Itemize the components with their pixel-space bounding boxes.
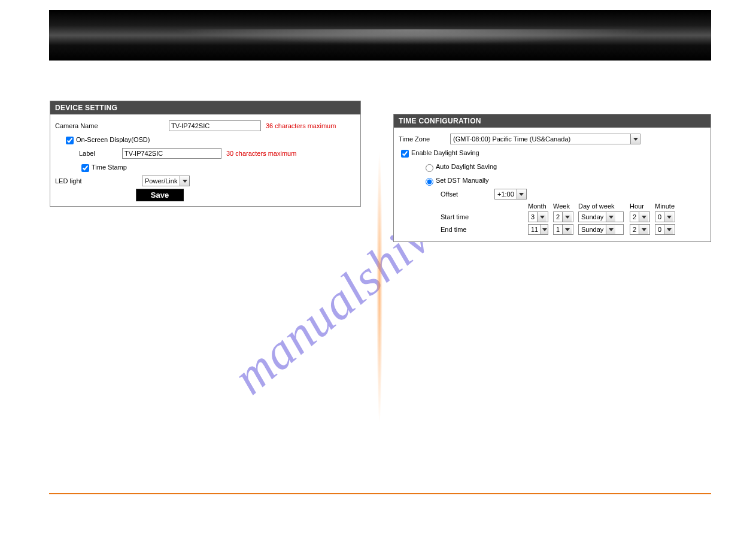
device-setting-title: DEVICE SETTING (50, 101, 360, 114)
column-divider (375, 93, 384, 482)
footer-divider (49, 493, 711, 494)
label-input[interactable] (122, 148, 221, 159)
start-hour-value: 2 (630, 213, 639, 220)
offset-label: Offset (441, 191, 494, 198)
end-month-select[interactable]: 11 (528, 224, 548, 235)
end-month-value: 11 (529, 226, 541, 233)
timezone-select[interactable]: (GMT-08:00) Pacific Time (US&Canada) (450, 134, 640, 144)
chevron-down-icon (664, 212, 673, 222)
start-minute-value: 0 (655, 213, 664, 220)
offset-select[interactable]: +1:00 (494, 189, 527, 200)
offset-value: +1:00 (495, 191, 517, 198)
chevron-down-icon (630, 134, 640, 144)
chevron-down-icon (664, 225, 673, 234)
start-hour-select[interactable]: 2 (630, 211, 650, 222)
led-light-value: Power/Link (142, 177, 180, 185)
col-dow: Day of week (578, 202, 630, 210)
top-banner (49, 10, 711, 61)
start-dow-value: Sunday (579, 213, 606, 220)
start-dow-select[interactable]: Sunday (578, 211, 624, 222)
enable-dst-label: Enable Daylight Saving (411, 149, 479, 156)
save-button[interactable]: Save (136, 189, 184, 201)
chevron-down-icon (639, 212, 648, 222)
chevron-down-icon (541, 225, 548, 234)
end-minute-select[interactable]: 0 (655, 224, 675, 235)
timezone-value: (GMT-08:00) Pacific Time (US&Canada) (451, 135, 573, 143)
chevron-down-icon (562, 225, 572, 234)
device-setting-panel: DEVICE SETTING Camera Name 36 characters… (50, 101, 361, 207)
chevron-down-icon (606, 212, 615, 222)
osd-label: On-Screen Display(OSD) (76, 136, 150, 143)
end-week-value: 1 (554, 226, 562, 233)
start-week-value: 2 (554, 213, 562, 220)
manual-dst-label: Set DST Manually (436, 177, 488, 184)
osd-checkbox[interactable] (66, 137, 74, 144)
col-hour: Hour (630, 202, 655, 210)
end-dow-value: Sunday (579, 226, 606, 233)
col-month: Month (528, 202, 553, 210)
camera-name-label: Camera Name (55, 122, 169, 129)
camera-name-hint: 36 characters maximum (266, 122, 336, 129)
time-configuration-panel: TIME CONFIGURATION Time Zone (GMT-08:00)… (393, 114, 711, 242)
start-week-select[interactable]: 2 (553, 211, 573, 222)
start-time-label: Start time (441, 213, 528, 220)
chevron-down-icon (537, 212, 546, 222)
chevron-down-icon (562, 212, 572, 222)
chevron-down-icon (517, 189, 526, 199)
start-month-value: 3 (529, 213, 537, 220)
end-time-label: End time (441, 226, 528, 233)
timestamp-checkbox[interactable] (81, 164, 89, 172)
end-week-select[interactable]: 1 (553, 224, 573, 235)
start-month-select[interactable]: 3 (528, 211, 548, 222)
label-label: Label (79, 150, 122, 157)
camera-name-input[interactable] (169, 120, 261, 131)
col-week: Week (553, 202, 578, 210)
timestamp-label: Time Stamp (92, 164, 127, 171)
end-hour-value: 2 (630, 226, 639, 233)
col-minute: Minute (655, 202, 680, 210)
end-dow-select[interactable]: Sunday (578, 224, 624, 235)
auto-dst-label: Auto Daylight Saving (436, 163, 497, 170)
label-hint: 30 characters maximum (226, 150, 296, 157)
time-configuration-title: TIME CONFIGURATION (394, 114, 711, 128)
start-minute-select[interactable]: 0 (655, 211, 675, 222)
end-hour-select[interactable]: 2 (630, 224, 650, 235)
timezone-label: Time Zone (399, 135, 450, 143)
led-light-select[interactable]: Power/Link (142, 176, 190, 186)
end-minute-value: 0 (655, 226, 664, 233)
auto-dst-radio[interactable] (426, 164, 433, 172)
led-light-label: LED light (55, 177, 142, 185)
chevron-down-icon (180, 176, 189, 186)
enable-dst-checkbox[interactable] (401, 150, 409, 158)
chevron-down-icon (639, 225, 648, 234)
manual-dst-radio[interactable] (426, 178, 433, 186)
chevron-down-icon (606, 225, 615, 234)
